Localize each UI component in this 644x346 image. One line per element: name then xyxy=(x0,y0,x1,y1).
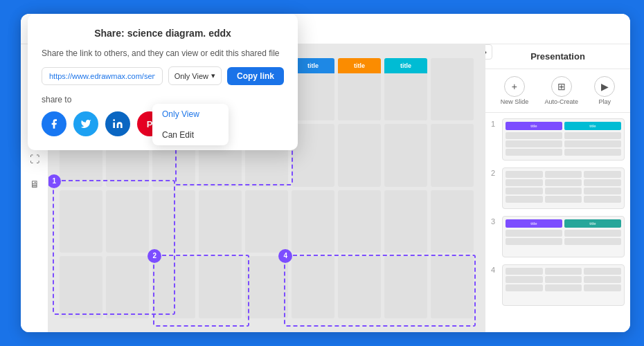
slide-number-4: 4 xyxy=(491,264,498,274)
grid-cell xyxy=(60,256,102,318)
slide-thumb-1: title title xyxy=(502,118,625,161)
auto-create-btn[interactable]: ⊞ Auto-Create xyxy=(545,76,579,105)
grid-cell xyxy=(338,256,381,318)
grid-cell: title xyxy=(384,58,427,120)
grid-cell xyxy=(338,190,381,253)
slide-item-3[interactable]: 3 title title xyxy=(491,216,625,257)
slide-number-1: 1 xyxy=(491,118,498,128)
new-slide-icon: + xyxy=(504,76,525,97)
thumb-cell xyxy=(506,171,543,178)
thumb-cell xyxy=(506,132,562,139)
new-slide-btn[interactable]: + New Slide xyxy=(501,76,529,105)
thumb-cell xyxy=(564,140,621,147)
permission-dropdown: Only View Can Edit xyxy=(152,104,229,145)
grid-cell xyxy=(199,190,242,253)
link-input[interactable] xyxy=(42,67,163,85)
grid-cell xyxy=(431,190,474,253)
slide-thumb-2 xyxy=(502,167,625,209)
auto-create-label: Auto-Create xyxy=(545,98,579,105)
thumb-cell xyxy=(545,196,582,203)
grid-cell xyxy=(384,124,427,186)
grid-cell xyxy=(245,256,288,318)
grid-cell xyxy=(338,124,381,186)
thumb-cell xyxy=(506,140,562,147)
sidebar-expand-icon[interactable]: ⛶ xyxy=(25,149,44,169)
panel-collapse-btn[interactable]: » xyxy=(485,44,492,60)
grid-cell xyxy=(292,256,334,318)
permission-select[interactable]: Only View ▾ xyxy=(168,66,222,85)
play-btn[interactable]: ▶ Play xyxy=(594,76,615,105)
chevron-down-icon: ▾ xyxy=(211,71,215,80)
cell-body xyxy=(384,73,427,120)
thumb-cell xyxy=(506,230,562,237)
grid-cell xyxy=(292,190,334,253)
thumb-title-pill: title xyxy=(564,219,621,228)
thumb-cell xyxy=(584,276,621,283)
thumb-cell xyxy=(506,238,562,245)
thumb-cell xyxy=(545,179,582,186)
thumb-cell xyxy=(506,196,543,203)
thumb-cell xyxy=(506,149,562,156)
right-panel: » Presentation + New Slide ⊞ Auto-Create… xyxy=(485,44,630,332)
slide-thumb-3: title title xyxy=(502,216,625,257)
slide-item-4[interactable]: 4 xyxy=(491,264,625,306)
dialog-title: Share: science diagram. eddx xyxy=(42,28,284,39)
sidebar-screen-icon[interactable]: 🖥 xyxy=(25,174,44,194)
copy-link-button[interactable]: Copy link xyxy=(227,67,284,85)
thumb-cell xyxy=(506,188,543,194)
svg-point-0 xyxy=(113,119,115,121)
slide-item-2[interactable]: 2 xyxy=(491,167,625,209)
grid-cell xyxy=(60,190,102,253)
thumb-cell xyxy=(584,171,621,178)
thumb-cell xyxy=(506,284,543,291)
grid-cell xyxy=(106,190,149,253)
play-icon: ▶ xyxy=(594,76,615,97)
grid-cell xyxy=(384,256,427,318)
slide-number-3: 3 xyxy=(491,216,498,226)
permission-label: Only View xyxy=(175,72,208,80)
twitter-share-btn[interactable] xyxy=(73,111,98,136)
thumb-cell xyxy=(584,196,621,203)
cell-title: title xyxy=(384,58,427,73)
thumb-cell xyxy=(584,268,621,275)
grid-cell xyxy=(245,190,288,253)
thumb-cell xyxy=(506,276,543,283)
thumb-cell xyxy=(564,132,621,139)
thumb-cell xyxy=(564,230,621,237)
thumb-cell xyxy=(545,188,582,194)
slide-number-2: 2 xyxy=(491,167,498,177)
linkedin-share-btn[interactable] xyxy=(105,111,130,136)
slide-thumb-4 xyxy=(502,264,625,306)
dropdown-item-can-edit[interactable]: Can Edit xyxy=(152,125,229,145)
new-slide-label: New Slide xyxy=(501,98,529,105)
grid-cell xyxy=(199,256,242,318)
dialog-description: Share the link to others, and they can v… xyxy=(42,48,284,58)
thumb-title-pill: title xyxy=(506,122,562,130)
auto-create-icon: ⊞ xyxy=(551,76,572,97)
play-label: Play xyxy=(599,98,611,105)
cell-title: title xyxy=(292,58,334,73)
slide-item-1[interactable]: 1 title title xyxy=(491,118,625,161)
grid-cell xyxy=(292,124,334,186)
thumb-title-pill: title xyxy=(564,122,621,130)
cell-body xyxy=(338,73,381,120)
grid-cell: title xyxy=(338,58,381,120)
dropdown-item-only-view[interactable]: Only View xyxy=(152,104,229,125)
thumb-cell xyxy=(506,179,543,186)
thumb-cell xyxy=(545,171,582,178)
thumb-cell xyxy=(506,268,543,275)
thumb-cell xyxy=(584,188,621,194)
cell-title: title xyxy=(338,58,381,73)
thumb-cell xyxy=(564,238,621,245)
thumb-cell xyxy=(584,284,621,291)
thumb-cell xyxy=(545,268,582,275)
thumb-cell xyxy=(584,179,621,186)
grid-cell: title xyxy=(292,58,334,120)
panel-actions: + New Slide ⊞ Auto-Create ▶ Play xyxy=(485,69,630,113)
facebook-share-btn[interactable] xyxy=(42,111,66,136)
thumb-cell xyxy=(545,284,582,291)
cell-body xyxy=(292,73,334,120)
grid-cell xyxy=(431,256,474,318)
grid-cell xyxy=(152,256,195,318)
grid-cell xyxy=(431,58,474,120)
